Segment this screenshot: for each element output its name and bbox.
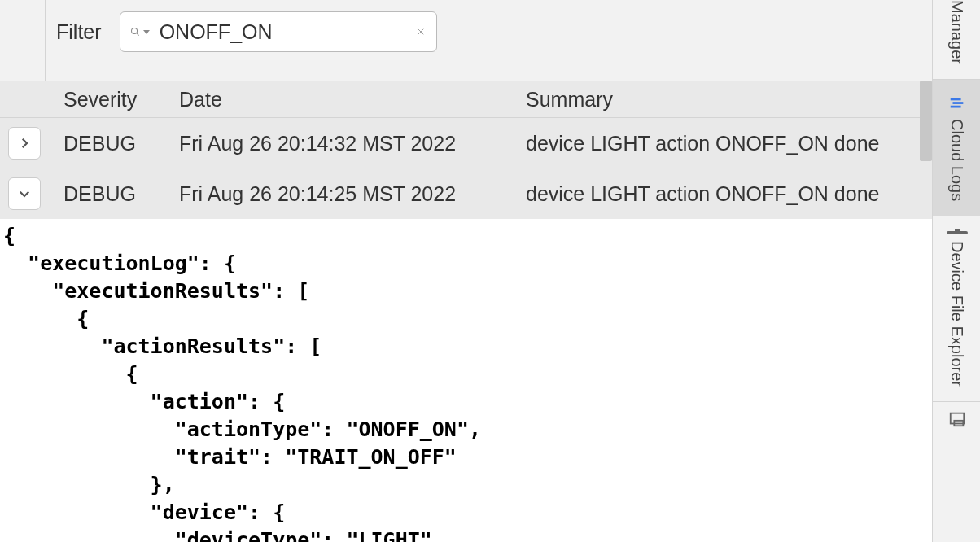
col-severity-header[interactable]: Severity xyxy=(63,88,179,111)
scrollbar[interactable] xyxy=(920,81,932,161)
col-date-header[interactable]: Date xyxy=(179,88,526,111)
panel-icon xyxy=(947,410,966,428)
expand-button[interactable] xyxy=(8,127,41,160)
cell-date: Fri Aug 26 20:14:32 MST 2022 xyxy=(179,132,526,155)
collapse-button[interactable] xyxy=(8,177,41,210)
main-area: Filter Severity Date Summary xyxy=(0,0,932,542)
sidebar-tab-device-file-explorer[interactable]: Device File Explorer xyxy=(933,216,980,402)
sidebar-tab-label: Device File Explorer xyxy=(947,241,966,387)
cloud-logs-icon xyxy=(947,94,966,112)
sidebar-tab-label: Manager xyxy=(947,0,966,64)
col-summary-header[interactable]: Summary xyxy=(526,88,932,111)
table-header: Severity Date Summary xyxy=(0,81,932,118)
json-detail-view[interactable]: { "executionLog": { "executionResults": … xyxy=(0,219,932,542)
sidebar-right: Manager Cloud Logs Device File Explorer xyxy=(932,0,980,542)
device-icon xyxy=(947,231,966,234)
filter-search-wrap[interactable] xyxy=(120,11,437,52)
sidebar-tab-manager[interactable]: Manager xyxy=(933,0,980,80)
svg-point-0 xyxy=(131,28,137,33)
chevron-down-icon xyxy=(17,186,32,201)
filter-label: Filter xyxy=(46,11,102,52)
sidebar-tab-label: Cloud Logs xyxy=(947,119,966,201)
search-icon xyxy=(130,23,140,41)
search-mode-caret-icon[interactable] xyxy=(143,30,150,34)
log-row[interactable]: DEBUG Fri Aug 26 20:14:25 MST 2022 devic… xyxy=(0,168,932,219)
sidebar-tab-extra[interactable] xyxy=(933,402,980,436)
svg-rect-4 xyxy=(950,98,960,101)
cell-summary: device LIGHT action ONOFF_ON done xyxy=(526,182,932,206)
filter-bar: Filter xyxy=(0,0,932,81)
sidebar-tab-cloud-logs[interactable]: Cloud Logs xyxy=(933,80,980,216)
cell-severity: DEBUG xyxy=(63,182,179,206)
svg-line-1 xyxy=(136,33,138,36)
chevron-right-icon xyxy=(17,136,32,151)
cell-date: Fri Aug 26 20:14:25 MST 2022 xyxy=(179,182,526,206)
left-gutter xyxy=(0,0,46,81)
clear-icon[interactable] xyxy=(417,24,425,39)
log-row[interactable]: DEBUG Fri Aug 26 20:14:32 MST 2022 devic… xyxy=(0,118,932,168)
cell-severity: DEBUG xyxy=(63,132,179,155)
svg-rect-5 xyxy=(952,102,963,104)
svg-rect-6 xyxy=(950,106,960,108)
cell-summary: device LIGHT action ONOFF_ON done xyxy=(526,132,932,155)
filter-input[interactable] xyxy=(160,20,417,44)
svg-rect-7 xyxy=(950,413,964,424)
